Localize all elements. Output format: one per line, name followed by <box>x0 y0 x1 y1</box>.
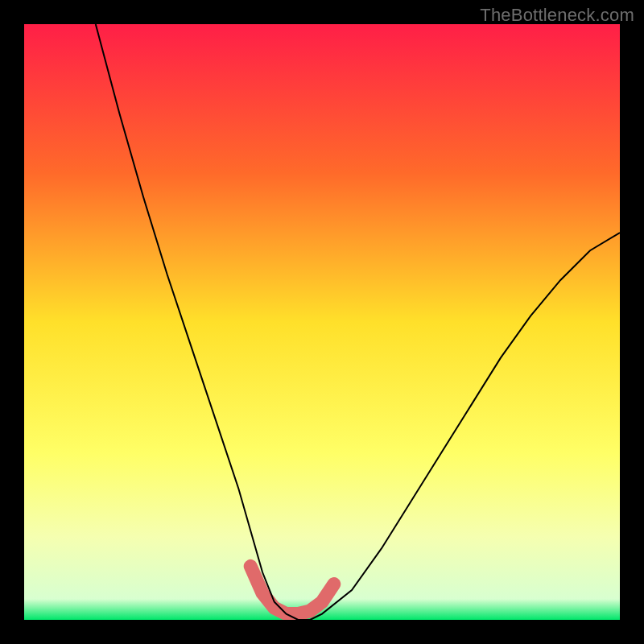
gradient-background <box>24 24 620 620</box>
watermark-text: TheBottleneck.com <box>480 5 634 26</box>
plot-svg <box>24 24 620 620</box>
outer-frame: TheBottleneck.com <box>0 0 644 644</box>
plot-area <box>24 24 620 620</box>
